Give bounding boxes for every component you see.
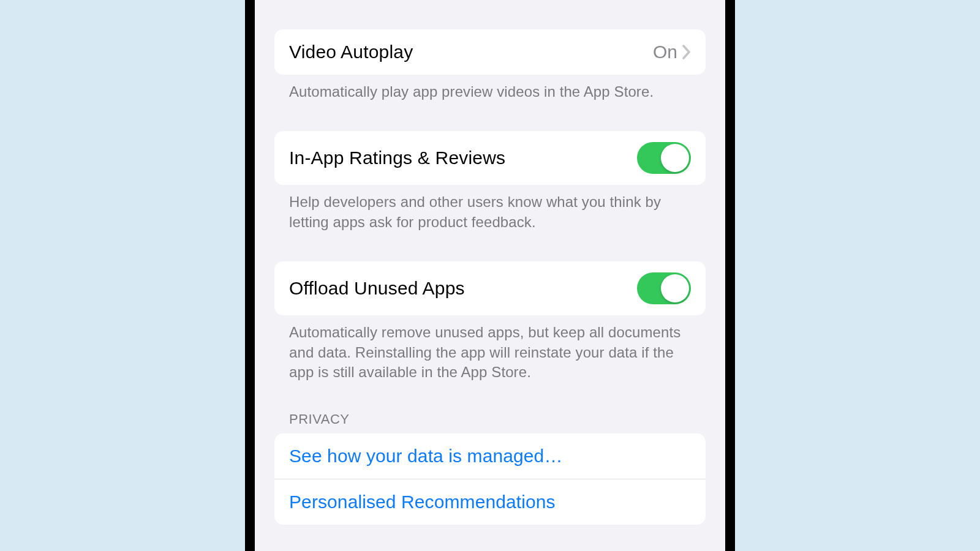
offload-unused-toggle[interactable]: [637, 272, 691, 304]
in-app-ratings-row: In-App Ratings & Reviews: [274, 131, 706, 185]
offload-unused-row: Offload Unused Apps: [274, 261, 706, 315]
settings-screen: Video Autoplay On Automatically play app…: [255, 0, 725, 551]
personalised-recommendations-link[interactable]: Personalised Recommendations: [274, 479, 706, 525]
device-frame: Video Autoplay On Automatically play app…: [245, 0, 735, 551]
toggle-knob: [661, 144, 689, 172]
video-autoplay-value: On: [653, 42, 677, 62]
offload-unused-group: Offload Unused Apps Automatically remove…: [274, 261, 706, 382]
offload-unused-label: Offload Unused Apps: [289, 278, 465, 299]
video-autoplay-group: Video Autoplay On Automatically play app…: [274, 29, 706, 102]
privacy-header: PRIVACY: [274, 382, 706, 433]
toggle-knob: [661, 274, 689, 302]
in-app-ratings-label: In-App Ratings & Reviews: [289, 148, 505, 168]
privacy-section: PRIVACY See how your data is managed… Pe…: [274, 382, 706, 525]
data-managed-link[interactable]: See how your data is managed…: [274, 433, 706, 479]
video-autoplay-label: Video Autoplay: [289, 42, 413, 62]
in-app-ratings-group: In-App Ratings & Reviews Help developers…: [274, 131, 706, 232]
in-app-ratings-caption: Help developers and other users know wha…: [274, 185, 706, 232]
privacy-link-list: See how your data is managed… Personalis…: [274, 433, 706, 525]
chevron-right-icon: [682, 45, 691, 59]
offload-unused-caption: Automatically remove unused apps, but ke…: [274, 315, 706, 382]
in-app-ratings-toggle[interactable]: [637, 142, 691, 174]
video-autoplay-right: On: [653, 42, 691, 62]
video-autoplay-row[interactable]: Video Autoplay On: [274, 29, 706, 75]
video-autoplay-caption: Automatically play app preview videos in…: [274, 75, 706, 102]
